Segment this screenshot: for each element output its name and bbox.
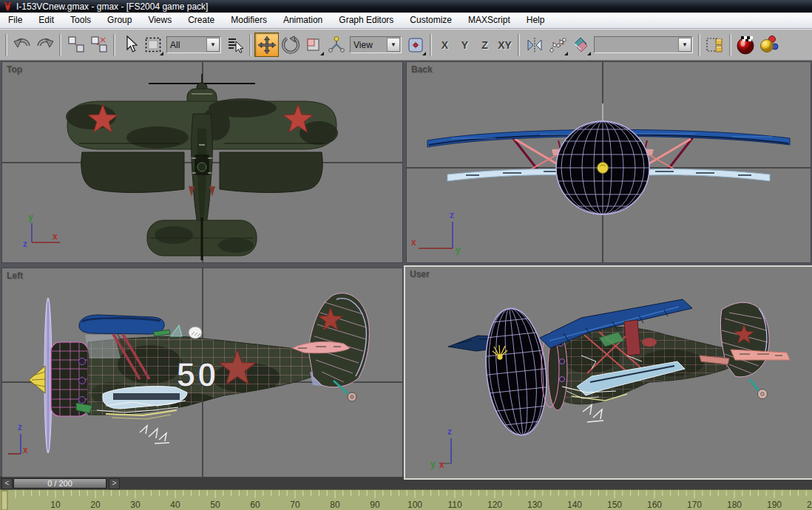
svg-text:x: x bbox=[23, 445, 28, 455]
aircraft-left-view[interactable]: 50 bbox=[29, 293, 369, 453]
toolbar-separator bbox=[729, 34, 731, 56]
viewport-area: y z x Top bbox=[0, 61, 812, 477]
toolbar-separator bbox=[113, 34, 115, 56]
trackbar-svg: 1020304050607080901001101201301401501601… bbox=[0, 490, 812, 510]
select-by-name-icon bbox=[226, 35, 245, 55]
svg-text:x: x bbox=[439, 460, 444, 470]
menu-animation[interactable]: Animation bbox=[275, 13, 331, 28]
select-and-rotate-button[interactable] bbox=[279, 33, 302, 56]
axis-tripod: z x y bbox=[411, 210, 461, 255]
select-and-link-button[interactable] bbox=[64, 33, 87, 56]
axis-xy-button[interactable]: XY bbox=[495, 35, 515, 55]
time-slider-button[interactable]: 0 / 200 bbox=[13, 478, 106, 489]
select-and-move-button[interactable] bbox=[254, 33, 279, 57]
track-view-button[interactable] bbox=[703, 33, 726, 56]
viewport-label-top[interactable]: Top bbox=[7, 64, 22, 75]
trackbar-frame-label: 100 bbox=[407, 500, 422, 510]
align-button[interactable] bbox=[569, 33, 592, 56]
material-editor-button[interactable] bbox=[734, 33, 757, 56]
select-and-scale-button[interactable] bbox=[302, 33, 325, 56]
viewport-left[interactable]: 50 bbox=[1, 268, 403, 477]
menu-group[interactable]: Group bbox=[99, 13, 140, 28]
select-object-button[interactable] bbox=[118, 33, 141, 56]
scale-icon bbox=[304, 35, 323, 55]
use-pivot-center-button[interactable] bbox=[404, 33, 427, 56]
menu-create[interactable]: Create bbox=[180, 13, 223, 28]
axis-tripod: z x bbox=[8, 422, 28, 455]
axis-z-label: Z bbox=[481, 39, 488, 51]
rectangular-region-icon bbox=[143, 35, 163, 55]
frame-indicator[interactable] bbox=[1, 491, 7, 510]
array-button[interactable] bbox=[546, 33, 569, 56]
menu-views[interactable]: Views bbox=[140, 13, 180, 28]
viewport-label-user[interactable]: User bbox=[410, 269, 430, 279]
trackbar-frame-label: 40 bbox=[170, 500, 180, 510]
unlink-button[interactable] bbox=[87, 33, 110, 56]
trackbar-frame-label: 140 bbox=[567, 500, 582, 510]
axis-x-button[interactable]: X bbox=[435, 35, 455, 55]
toolbar-separator bbox=[5, 34, 7, 56]
aircraft-back-view[interactable] bbox=[427, 103, 790, 214]
selection-filter-dropdown[interactable]: All ▼ bbox=[166, 36, 221, 53]
move-icon bbox=[257, 35, 277, 55]
array-beads-icon bbox=[548, 35, 567, 55]
axis-xy-label: XY bbox=[498, 39, 512, 51]
previous-frame-button[interactable]: < bbox=[1, 478, 13, 489]
select-cursor-icon bbox=[121, 35, 139, 55]
render-button[interactable] bbox=[757, 33, 780, 56]
selection-region-button[interactable] bbox=[141, 33, 164, 56]
gear-marks bbox=[140, 426, 169, 443]
named-selection-dropdown[interactable]: ▼ bbox=[594, 36, 693, 53]
menu-tools[interactable]: Tools bbox=[62, 13, 99, 28]
trackbar-frame-label: 110 bbox=[447, 500, 461, 510]
menu-customize[interactable]: Customize bbox=[402, 13, 460, 28]
menu-edit[interactable]: Edit bbox=[30, 13, 62, 28]
axis-tripod: y z x bbox=[23, 212, 60, 249]
dropdown-arrow-icon[interactable]: ▼ bbox=[387, 38, 400, 52]
menu-modifiers[interactable]: Modifiers bbox=[223, 13, 275, 28]
aircraft-top-view[interactable] bbox=[66, 74, 338, 260]
axis-y-button[interactable]: Y bbox=[455, 35, 475, 55]
undo-icon bbox=[13, 35, 32, 55]
viewport-label-back[interactable]: Back bbox=[411, 64, 433, 75]
aircraft-user-view[interactable] bbox=[448, 299, 790, 438]
svg-text:z: z bbox=[23, 239, 27, 249]
svg-text:y: y bbox=[456, 245, 461, 255]
axis-x-label: X bbox=[441, 39, 448, 51]
trackbar-frame-label: 10 bbox=[50, 500, 61, 510]
trackbar-frame-label: 50 bbox=[210, 500, 220, 510]
svg-text:y: y bbox=[430, 459, 436, 469]
svg-text:y: y bbox=[28, 212, 33, 222]
menu-maxscript[interactable]: MAXScript bbox=[460, 13, 518, 28]
viewport-user[interactable]: z y x User bbox=[404, 265, 812, 480]
dropdown-arrow-icon[interactable]: ▼ bbox=[206, 38, 220, 52]
select-and-manipulate-button[interactable] bbox=[325, 33, 348, 56]
menu-help[interactable]: Help bbox=[518, 13, 553, 28]
redo-button[interactable] bbox=[33, 33, 56, 56]
axis-z-button[interactable]: Z bbox=[475, 35, 495, 55]
trackbar-frame-label: 190 bbox=[767, 500, 782, 510]
link-icon bbox=[67, 35, 86, 55]
trackbar-frame-label: 80 bbox=[330, 500, 340, 510]
viewport-back[interactable]: z x y Back bbox=[406, 61, 811, 263]
select-by-name-button[interactable] bbox=[223, 33, 246, 56]
align-icon bbox=[571, 35, 590, 55]
next-frame-button[interactable]: > bbox=[109, 478, 120, 489]
mirror-button[interactable] bbox=[523, 33, 546, 56]
coord-system-dropdown[interactable]: View ▼ bbox=[350, 36, 402, 53]
window-title: I-153VCnew.gmax - gmax - [FS2004 game pa… bbox=[16, 1, 208, 12]
undo-button[interactable] bbox=[10, 33, 33, 56]
menu-file[interactable]: File bbox=[0, 13, 30, 28]
viewport-label-left[interactable]: Left bbox=[7, 271, 23, 281]
coord-system-value: View bbox=[351, 40, 386, 50]
gmax-logo-icon bbox=[3, 1, 13, 11]
main-toolbar: All ▼ bbox=[0, 29, 812, 61]
title-bar[interactable]: I-153VCnew.gmax - gmax - [FS2004 game pa… bbox=[0, 0, 812, 13]
svg-text:x: x bbox=[53, 231, 58, 242]
dropdown-arrow-icon[interactable]: ▼ bbox=[678, 38, 691, 52]
track-bar[interactable]: 1020304050607080901001101201301401501601… bbox=[0, 489, 812, 510]
menu-bar: FileEditToolsGroupViewsCreateModifiersAn… bbox=[0, 13, 812, 29]
manipulate-icon bbox=[327, 35, 346, 55]
menu-graph-editors[interactable]: Graph Editors bbox=[331, 13, 402, 28]
viewport-top[interactable]: y z x Top bbox=[1, 61, 403, 263]
